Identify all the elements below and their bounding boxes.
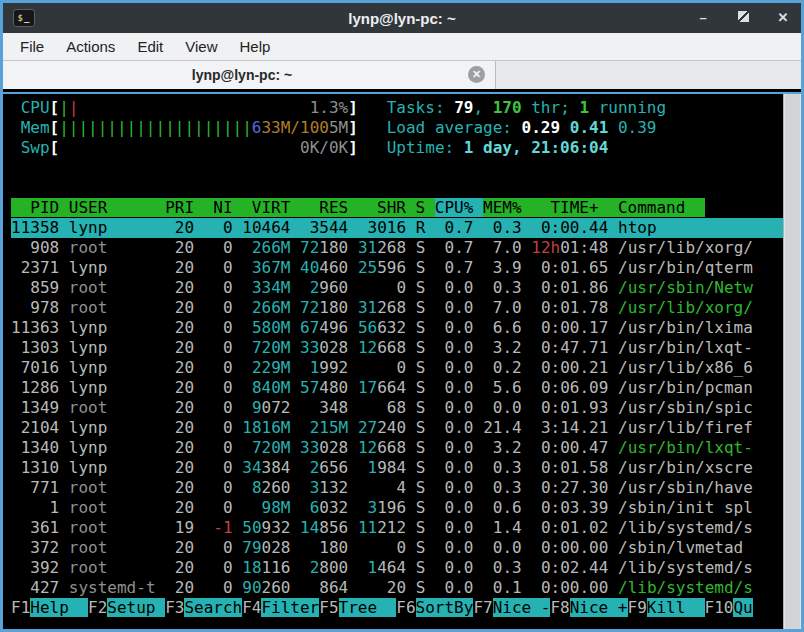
process-row-392[interactable]: 392 root 20 0 18116 2800 1464 S 0.0 0.3 …: [11, 558, 783, 578]
window-titlebar: $_ lynp@lyn-pc: ~ – ✕: [3, 3, 801, 33]
terminal-area: CPU[|| 1.3%] Tasks: 79, 170 thr; 1 runni…: [3, 92, 801, 629]
fkey-f2-label[interactable]: Setup: [107, 598, 165, 617]
fkey-f6-label[interactable]: SortBy: [416, 598, 474, 617]
fkey-f9-key[interactable]: F9: [628, 598, 647, 617]
terminal-app-icon: $_: [13, 9, 35, 27]
blank-line: [11, 178, 783, 198]
column-header-cpu[interactable]: CPU%: [435, 198, 483, 217]
tab-title: lynp@lyn-pc: ~: [192, 67, 292, 83]
menu-edit[interactable]: Edit: [126, 33, 174, 60]
fkey-f7-key[interactable]: F7: [473, 598, 492, 617]
column-header-virt[interactable]: VIRT: [242, 198, 300, 217]
fkey-f9-label[interactable]: Kill: [647, 598, 705, 617]
column-header-pri[interactable]: PRI: [165, 198, 204, 217]
process-row-1310[interactable]: 1310 lynp 20 0 34384 2656 1984 S 0.0 0.3…: [11, 458, 783, 478]
process-row-978[interactable]: 978 root 20 0 266M 72180 31268 S 0.0 7.0…: [11, 298, 783, 318]
process-row-771[interactable]: 771 root 20 0 8260 3132 4 S 0.0 0.3 0:27…: [11, 478, 783, 498]
blank-line: [11, 158, 783, 178]
column-header-s[interactable]: S: [416, 198, 435, 217]
process-row-1349[interactable]: 1349 root 20 0 9072 348 68 S 0.0 0.0 0:0…: [11, 398, 783, 418]
mem-meter-and-load: Mem[||||||||||||||||||||633M/1005M] Load…: [11, 118, 783, 138]
column-header-res[interactable]: RES: [300, 198, 358, 217]
process-row-2371[interactable]: 2371 lynp 20 0 367M 40460 25596 S 0.7 3.…: [11, 258, 783, 278]
fkey-f10-key[interactable]: F10: [705, 598, 734, 617]
process-row-859[interactable]: 859 root 20 0 334M 2960 0 S 0.0 0.3 0:01…: [11, 278, 783, 298]
process-row-1303[interactable]: 1303 lynp 20 0 720M 33028 12668 S 0.0 3.…: [11, 338, 783, 358]
menu-bar: File Actions Edit View Help: [3, 33, 801, 61]
column-header-shr[interactable]: SHR: [358, 198, 416, 217]
minimize-button[interactable]: –: [695, 10, 711, 26]
terminal-screen: CPU[|| 1.3%] Tasks: 79, 170 thr; 1 runni…: [3, 94, 783, 629]
fkey-f3-key[interactable]: F3: [165, 598, 184, 617]
terminal-scrollbar[interactable]: [783, 94, 801, 629]
table-header: PID USER PRI NI VIRT RES SHR S CPU% MEM%…: [11, 198, 783, 218]
fkey-f4-label[interactable]: Filter: [261, 598, 319, 617]
fkey-f1-key[interactable]: F1: [11, 598, 30, 617]
fkey-f1-label[interactable]: Help: [30, 598, 88, 617]
fkey-f7-label[interactable]: Nice -: [493, 598, 551, 617]
process-row-427[interactable]: 427 systemd-t 20 0 90260 864 20 S 0.0 0.…: [11, 578, 783, 598]
process-row-7016[interactable]: 7016 lynp 20 0 229M 1992 0 S 0.0 0.2 0:0…: [11, 358, 783, 378]
swp-meter-and-uptime: Swp[ 0K/0K] Uptime: 1 day, 21:06:04: [11, 138, 783, 158]
dollar-glyph: $: [18, 13, 24, 23]
fkey-f5-key[interactable]: F5: [319, 598, 338, 617]
menu-view[interactable]: View: [174, 33, 228, 60]
scrollbar-thumb[interactable]: [785, 94, 800, 629]
fkey-f6-key[interactable]: F6: [396, 598, 415, 617]
process-row-11358[interactable]: 11358 lynp 20 0 10464 3544 3016 R 0.7 0.…: [11, 218, 783, 238]
column-header-mem[interactable]: MEM%: [483, 198, 531, 217]
fkey-f8-label[interactable]: Nice +: [570, 598, 628, 617]
process-row-1[interactable]: 1 root 20 0 98M 6032 3196 S 0.0 0.6 0:03…: [11, 498, 783, 518]
fkey-f3-label[interactable]: Search: [184, 598, 242, 617]
menu-file[interactable]: File: [9, 33, 55, 60]
fkey-f10-label[interactable]: Qu: [733, 598, 752, 617]
fkey-f4-key[interactable]: F4: [242, 598, 261, 617]
process-row-11363[interactable]: 11363 lynp 20 0 580M 67496 56632 S 0.0 6…: [11, 318, 783, 338]
fkey-f2-key[interactable]: F2: [88, 598, 107, 617]
cpu-meter-and-tasks: CPU[|| 1.3%] Tasks: 79, 170 thr; 1 runni…: [11, 98, 783, 118]
restore-button[interactable]: [735, 10, 751, 26]
fkey-f8-key[interactable]: F8: [550, 598, 569, 617]
column-header-time[interactable]: TIME+: [531, 198, 618, 217]
tab-bar: lynp@lyn-pc: ~ ✕: [3, 61, 801, 89]
process-row-908[interactable]: 908 root 20 0 266M 72180 31268 S 0.7 7.0…: [11, 238, 783, 258]
column-header-pid[interactable]: PID: [11, 198, 69, 217]
tab-close-button[interactable]: ✕: [468, 66, 485, 83]
process-row-361[interactable]: 361 root 19 -1 50932 14856 11212 S 0.0 1…: [11, 518, 783, 538]
terminal-window: $_ lynp@lyn-pc: ~ – ✕ File Actions Edit …: [0, 0, 804, 632]
process-row-372[interactable]: 372 root 20 0 79028 180 0 S 0.0 0.0 0:00…: [11, 538, 783, 558]
process-row-2104[interactable]: 2104 lynp 20 0 1816M 215M 27240 S 0.0 21…: [11, 418, 783, 438]
menu-help[interactable]: Help: [228, 33, 281, 60]
column-header-user[interactable]: USER: [69, 198, 165, 217]
column-header-command[interactable]: Command: [618, 198, 705, 217]
process-row-1340[interactable]: 1340 lynp 20 0 720M 33028 12668 S 0.0 3.…: [11, 438, 783, 458]
fkey-f5-label[interactable]: Tree: [339, 598, 397, 617]
close-button[interactable]: ✕: [775, 10, 791, 26]
terminal-tab[interactable]: lynp@lyn-pc: ~ ✕: [3, 61, 496, 89]
fkey-bar: F1Help F2Setup F3SearchF4FilterF5Tree F6…: [11, 598, 783, 618]
restore-icon: [738, 11, 749, 22]
window-title: lynp@lyn-pc: ~: [3, 10, 801, 27]
menu-actions[interactable]: Actions: [55, 33, 126, 60]
process-row-1286[interactable]: 1286 lynp 20 0 840M 57480 17664 S 0.0 5.…: [11, 378, 783, 398]
column-header-ni[interactable]: NI: [204, 198, 243, 217]
